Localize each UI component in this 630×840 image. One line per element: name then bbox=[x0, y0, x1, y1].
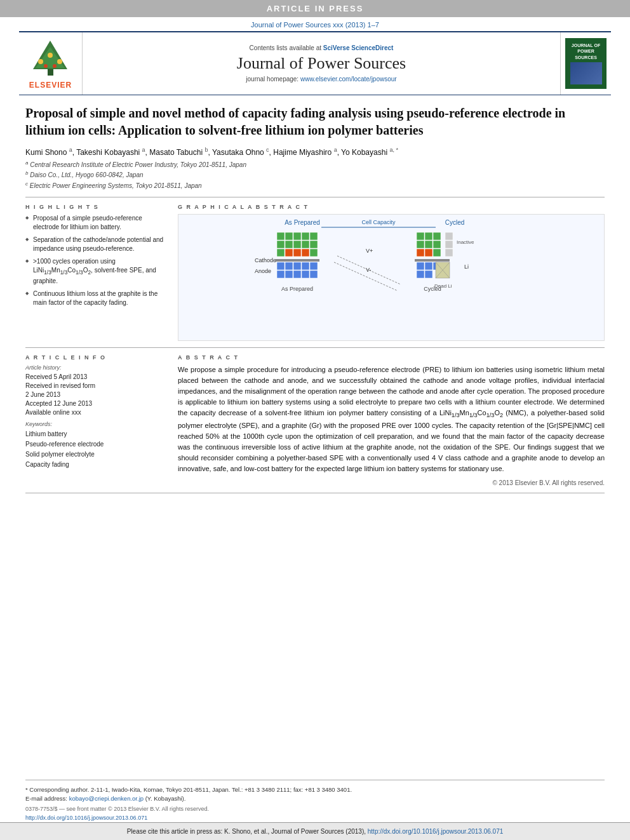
article-title: Proposal of simple and novel method of c… bbox=[25, 105, 605, 139]
revised-date: Received in revised form2 June 2013 bbox=[25, 382, 165, 399]
svg-rect-22 bbox=[302, 241, 309, 248]
list-item: Continuous lithium loss at the graphite … bbox=[25, 290, 165, 307]
svg-rect-28 bbox=[310, 249, 318, 257]
highlights-graphical-row: H I G H L I G H T S Proposal of a simple… bbox=[25, 204, 605, 341]
homepage-url[interactable]: www.elsevier.com/locate/jpowsour bbox=[300, 76, 397, 83]
sciverse-line: Contents lists available at SciVerse Sci… bbox=[250, 44, 394, 51]
journal-ref-text: Journal of Power Sources xxx (2013) 1–7 bbox=[251, 21, 379, 29]
svg-rect-29 bbox=[275, 259, 319, 262]
svg-text:Inactive: Inactive bbox=[457, 239, 474, 245]
citation-text: Please cite this article in press as: K.… bbox=[127, 828, 368, 835]
svg-rect-14 bbox=[277, 232, 285, 240]
footnotes: * Corresponding author. 2-11-1, Iwado-Ki… bbox=[25, 780, 605, 822]
svg-rect-56 bbox=[445, 249, 453, 257]
svg-rect-18 bbox=[310, 232, 318, 240]
svg-text:Cathode: Cathode bbox=[255, 257, 276, 263]
svg-rect-49 bbox=[425, 241, 432, 248]
article-content: Proposal of simple and novel method of c… bbox=[0, 95, 630, 773]
svg-rect-59 bbox=[417, 262, 424, 270]
svg-text:As Prepared: As Prepared bbox=[281, 286, 313, 292]
keywords-label: Keywords: bbox=[25, 421, 165, 427]
svg-text:As Prepared: As Prepared bbox=[285, 219, 320, 226]
svg-rect-36 bbox=[285, 270, 293, 278]
svg-point-3 bbox=[38, 59, 43, 64]
svg-point-7 bbox=[53, 64, 57, 68]
article-in-press-banner: ARTICLE IN PRESS bbox=[0, 0, 630, 17]
svg-rect-39 bbox=[310, 270, 318, 278]
divider-2 bbox=[25, 347, 605, 348]
svg-rect-46 bbox=[425, 232, 432, 240]
homepage-line: journal homepage: www.elsevier.com/locat… bbox=[246, 76, 396, 83]
graphical-abstract-section: G R A P H I C A L A B S T R A C T As Pre… bbox=[178, 204, 605, 341]
highlights-label: H I G H L I G H T S bbox=[25, 204, 165, 210]
highlight-should: should bbox=[178, 454, 198, 462]
svg-rect-48 bbox=[417, 241, 424, 248]
article-history-label: Article history: bbox=[25, 364, 165, 371]
svg-rect-32 bbox=[293, 262, 301, 270]
svg-rect-52 bbox=[425, 249, 432, 257]
page: ARTICLE IN PRESS Journal of Power Source… bbox=[0, 0, 630, 840]
highlights-list: Proposal of a simple pseudo-reference el… bbox=[25, 214, 165, 307]
journal-info-center: Contents lists available at SciVerse Sci… bbox=[83, 32, 560, 95]
svg-text:Anode: Anode bbox=[255, 268, 271, 274]
journal-title: Journal of Power Sources bbox=[237, 54, 406, 73]
graphical-abstract-image: As Prepared Cycled Cell Capacity Cathode bbox=[178, 214, 605, 341]
affiliations: a Central Research Institute of Electric… bbox=[25, 159, 605, 190]
authors-line: Kumi Shono a, Takeshi Kobayashi a, Masat… bbox=[25, 147, 605, 157]
svg-rect-47 bbox=[433, 232, 441, 240]
highlights-section: H I G H L I G H T S Proposal of a simple… bbox=[25, 204, 165, 341]
keywords-section: Keywords: Lithium battery Pseudo-referen… bbox=[25, 421, 165, 470]
svg-rect-45 bbox=[417, 232, 424, 240]
svg-rect-63 bbox=[425, 270, 432, 278]
svg-rect-31 bbox=[285, 262, 293, 270]
svg-rect-19 bbox=[277, 241, 285, 248]
keywords-list: Lithium battery Pseudo-reference electro… bbox=[25, 429, 165, 470]
svg-rect-55 bbox=[445, 241, 453, 248]
svg-text:Cell Capacity: Cell Capacity bbox=[361, 219, 396, 225]
power-sources-logo-area: JOURNAL OFPOWERSOURCES bbox=[560, 32, 611, 95]
article-history: Article history: Received 5 April 2013 R… bbox=[25, 364, 165, 417]
issn-line: 0378-7753/$ — see front matter © 2013 El… bbox=[25, 805, 605, 822]
elsevier-tree-icon bbox=[27, 37, 74, 79]
svg-text:Cycled: Cycled bbox=[424, 286, 441, 292]
elsevier-logo-area: ELSEVIER bbox=[19, 32, 83, 95]
svg-rect-54 bbox=[445, 232, 453, 240]
svg-text:Li: Li bbox=[464, 263, 469, 270]
email-address[interactable]: kobayo@criepi.denken.or.jp bbox=[69, 795, 144, 802]
article-info-abstract-row: A R T I C L E I N F O Article history: R… bbox=[25, 354, 605, 486]
banner-text: ARTICLE IN PRESS bbox=[267, 4, 364, 13]
sciverse-link[interactable]: SciVerse ScienceDirect bbox=[323, 44, 394, 51]
list-item: >1000 cycles operation using LiNi1/3Mn1/… bbox=[25, 257, 165, 286]
svg-rect-58 bbox=[415, 259, 450, 262]
svg-rect-20 bbox=[285, 241, 293, 248]
abstract-section: A B S T R A C T We propose a simple proc… bbox=[178, 354, 605, 486]
svg-rect-17 bbox=[302, 232, 309, 240]
doi-link[interactable]: http://dx.doi.org/10.1016/j.jpowsour.201… bbox=[25, 815, 147, 821]
svg-rect-24 bbox=[277, 249, 285, 257]
svg-rect-25 bbox=[285, 249, 293, 257]
svg-rect-15 bbox=[285, 232, 293, 240]
svg-rect-60 bbox=[425, 262, 432, 270]
svg-rect-35 bbox=[277, 270, 285, 278]
svg-rect-50 bbox=[433, 241, 441, 248]
svg-rect-21 bbox=[293, 241, 301, 248]
citation-link[interactable]: http://dx.doi.org/10.1016/j.jpowsour.201… bbox=[368, 828, 504, 835]
ps-logo-image bbox=[570, 62, 602, 84]
journal-header: ELSEVIER Contents lists available at Sci… bbox=[19, 31, 611, 95]
svg-rect-62 bbox=[417, 270, 424, 278]
list-item: Proposal of a simple pseudo-reference el… bbox=[25, 214, 165, 232]
svg-rect-26 bbox=[293, 249, 301, 257]
list-item: Separation of the cathode/anode potentia… bbox=[25, 236, 165, 253]
svg-text:Cycled: Cycled bbox=[445, 219, 465, 226]
abstract-text: We propose a simple procedure for introd… bbox=[178, 364, 605, 474]
divider-1 bbox=[25, 197, 605, 197]
svg-rect-33 bbox=[302, 262, 309, 270]
received-date: Received 5 April 2013 bbox=[25, 373, 165, 382]
svg-rect-53 bbox=[433, 249, 441, 257]
article-info-section: A R T I C L E I N F O Article history: R… bbox=[25, 354, 165, 486]
svg-point-5 bbox=[57, 59, 62, 64]
divider-3 bbox=[25, 493, 605, 493]
svg-rect-38 bbox=[302, 270, 309, 278]
svg-point-6 bbox=[44, 64, 48, 68]
svg-rect-27 bbox=[302, 249, 309, 257]
